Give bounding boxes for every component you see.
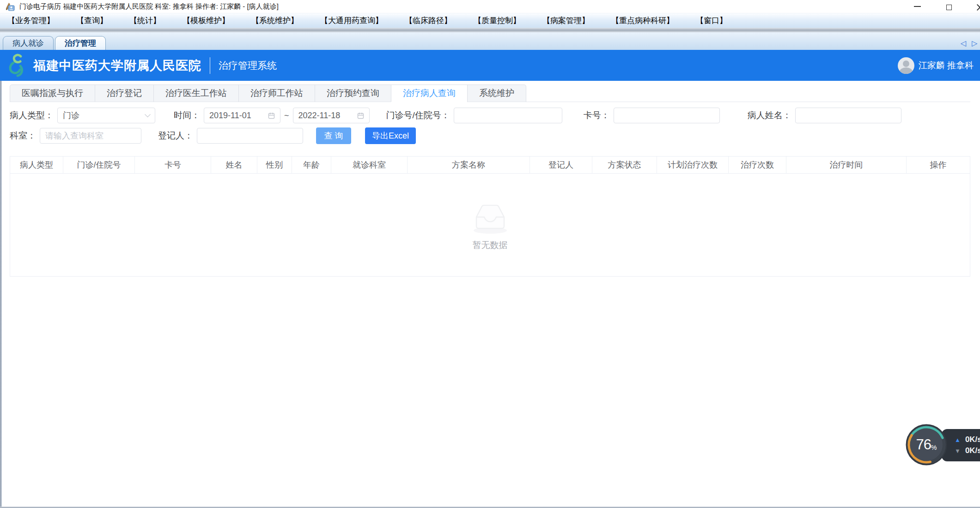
hospital-logo-icon <box>6 53 30 79</box>
column-header-card-no: 卡号 <box>135 157 211 173</box>
column-header-plan-name: 方案名称 <box>408 157 530 173</box>
patient-type-select[interactable]: 门诊 <box>57 108 155 123</box>
menu-item-medical-records[interactable]: 【病案管理】 <box>542 15 590 26</box>
app-header: 福建中医药大学附属人民医院 治疗管理系统 江家麟 推拿科 <box>0 50 980 81</box>
registrar-input[interactable] <box>197 128 303 144</box>
app-icon <box>5 1 15 12</box>
header-divider <box>210 57 210 74</box>
calendar-icon <box>357 112 364 119</box>
restore-button[interactable] <box>939 0 960 13</box>
menu-item-clinical-pathway[interactable]: 【临床路径】 <box>405 15 452 26</box>
empty-text: 暂无数据 <box>473 239 508 251</box>
user-name: 江家麟 推拿科 <box>919 60 974 72</box>
table-header-row: 病人类型 门诊/住院号 卡号 姓名 性别 年龄 就诊科室 方案名称 登记人 方案… <box>10 157 970 174</box>
column-header-age: 年龄 <box>292 157 331 173</box>
results-table: 病人类型 门诊/住院号 卡号 姓名 性别 年龄 就诊科室 方案名称 登记人 方案… <box>10 156 970 277</box>
menu-item-general-drug-query[interactable]: 【大通用药查询】 <box>320 15 383 26</box>
outpatient-no-label: 门诊号/住院号： <box>386 109 450 121</box>
filter-row-2: 科室： 登记人： 查 询 导出Excel <box>10 127 970 144</box>
main-content: 医嘱指派与执行 治疗登记 治疗医生工作站 治疗师工作站 治疗预约查询 治疗病人查… <box>0 85 980 508</box>
tab-treatment-doctor-workstation[interactable]: 治疗医生工作站 <box>153 85 239 102</box>
menu-item-template-maintenance[interactable]: 【模板维护】 <box>183 15 230 26</box>
mdi-tab-patient-visit[interactable]: 病人就诊 <box>3 36 54 50</box>
query-button[interactable]: 查 询 <box>316 127 351 144</box>
app-window: 门诊电子病历 福建中医药大学附属人民医院 科室: 推拿科 操作者: 江家麟 - … <box>0 0 980 508</box>
calendar-icon <box>268 112 275 119</box>
hospital-name: 福建中医药大学附属人民医院 <box>33 57 201 74</box>
window-titlebar: 门诊电子病历 福建中医药大学附属人民医院 科室: 推拿科 操作者: 江家麟 - … <box>0 0 980 13</box>
column-header-treatment-sessions: 治疗次数 <box>729 157 786 173</box>
chevron-down-icon <box>145 111 151 117</box>
module-tabs: 医嘱指派与执行 治疗登记 治疗医生工作站 治疗师工作站 治疗预约查询 治疗病人查… <box>10 85 970 102</box>
menu-separator <box>0 28 980 32</box>
patient-type-value: 门诊 <box>63 110 79 121</box>
menu-item-quality-control[interactable]: 【质量控制】 <box>474 15 521 26</box>
column-header-patient-type: 病人类型 <box>10 157 63 173</box>
column-header-registrar: 登记人 <box>530 157 592 173</box>
outpatient-no-input[interactable] <box>454 108 562 123</box>
performance-percent-widget[interactable]: 76 % <box>906 424 947 466</box>
mdi-tab-patient-visit-label: 病人就诊 <box>12 38 44 48</box>
minimize-button[interactable] <box>907 0 928 13</box>
table-empty-state: 暂无数据 <box>10 174 970 276</box>
dept-input[interactable] <box>40 128 141 144</box>
date-range-separator: ~ <box>284 111 289 121</box>
card-no-label: 卡号： <box>584 109 610 121</box>
menu-item-key-disease-research[interactable]: 【重点病种科研】 <box>611 15 674 26</box>
network-speed-panel[interactable]: ▲ 0K/s ▼ 0K/s <box>942 429 980 461</box>
tab-therapist-workstation[interactable]: 治疗师工作站 <box>238 85 315 102</box>
menu-item-statistics[interactable]: 【统计】 <box>129 15 161 26</box>
dept-label: 科室： <box>10 130 36 142</box>
column-header-planned-sessions: 计划治疗次数 <box>657 157 729 173</box>
percent-sign: % <box>931 444 937 451</box>
window-title: 门诊电子病历 福建中医药大学附属人民医院 科室: 推拿科 操作者: 江家麟 - … <box>19 2 279 11</box>
tab-order-dispatch-execution[interactable]: 医嘱指派与执行 <box>10 85 95 102</box>
menu-item-window[interactable]: 【窗口】 <box>696 15 727 26</box>
export-excel-button[interactable]: 导出Excel <box>365 127 416 144</box>
upload-speed-value: 0K/s <box>965 435 980 444</box>
restore-icon <box>946 5 952 10</box>
upload-speed-row: ▲ 0K/s <box>955 435 980 444</box>
filter-form: 病人类型： 门诊 时间： 2019-11-01 ~ <box>0 102 980 144</box>
minimize-icon <box>914 6 921 7</box>
patient-name-label: 病人姓名： <box>748 109 791 121</box>
date-to-value: 2022-11-18 <box>298 111 341 121</box>
date-from-input[interactable]: 2019-11-01 <box>204 108 280 123</box>
patient-type-label: 病人类型： <box>10 109 54 121</box>
tab-treatment-patient-query[interactable]: 治疗病人查询 <box>391 85 468 102</box>
percent-label: 76 % <box>906 424 947 466</box>
date-from-value: 2019-11-01 <box>209 111 251 121</box>
column-header-gender: 性别 <box>257 157 292 173</box>
registrar-label: 登记人： <box>158 130 193 142</box>
close-button[interactable] <box>970 0 980 13</box>
menu-item-business-management[interactable]: 【业务管理】 <box>7 15 55 26</box>
upload-arrow-icon: ▲ <box>955 436 961 443</box>
user-info: 江家麟 推拿科 <box>898 57 974 74</box>
column-header-name: 姓名 <box>211 157 257 173</box>
date-to-input[interactable]: 2022-11-18 <box>293 108 370 123</box>
column-header-treatment-time: 治疗时间 <box>786 157 907 173</box>
download-speed-value: 0K/s <box>965 446 980 455</box>
patient-name-input[interactable] <box>795 108 901 123</box>
tab-treatment-registration[interactable]: 治疗登记 <box>95 85 154 102</box>
system-name: 治疗管理系统 <box>219 59 277 72</box>
mdi-tab-strip: 病人就诊 治疗管理 ◁ ▷ <box>0 32 980 50</box>
column-header-outpatient-no: 门诊/住院号 <box>63 157 135 173</box>
filter-row-1: 病人类型： 门诊 时间： 2019-11-01 ~ <box>10 108 970 123</box>
tab-system-maintenance[interactable]: 系统维护 <box>467 85 526 102</box>
download-arrow-icon: ▼ <box>955 448 961 454</box>
window-left-border <box>0 81 2 508</box>
mdi-tab-scroll: ◁ ▷ <box>961 40 979 47</box>
tab-treatment-appointment-query[interactable]: 治疗预约查询 <box>315 85 391 102</box>
time-label: 时间： <box>174 109 200 121</box>
menu-bar: 【业务管理】 【查询】 【统计】 【模板维护】 【系统维护】 【大通用药查询】 … <box>0 13 980 28</box>
download-speed-row: ▼ 0K/s <box>955 446 980 455</box>
mdi-tab-treatment-management-label: 治疗管理 <box>65 38 96 48</box>
tab-scroll-right-icon[interactable]: ▷ <box>972 40 979 47</box>
tab-scroll-left-icon[interactable]: ◁ <box>961 40 968 47</box>
card-no-input[interactable] <box>614 108 720 123</box>
mdi-tab-treatment-management[interactable]: 治疗管理 <box>55 36 106 50</box>
column-header-actions: 操作 <box>907 157 970 173</box>
menu-item-query[interactable]: 【查询】 <box>76 15 108 26</box>
menu-item-system-maintenance[interactable]: 【系统维护】 <box>251 15 298 26</box>
